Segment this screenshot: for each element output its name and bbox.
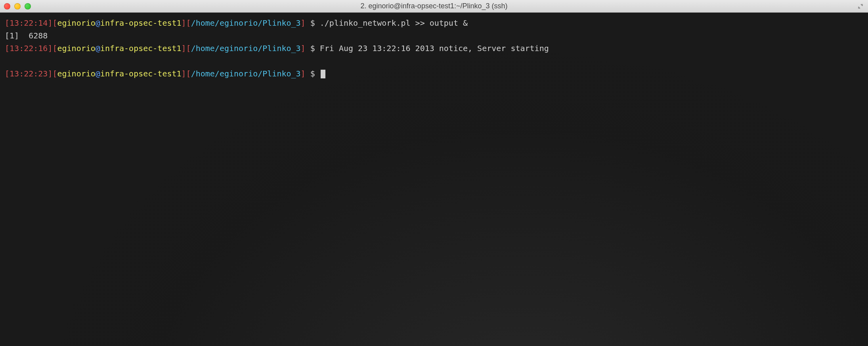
bracket: [ [52,44,57,53]
bracket: [ [186,18,191,28]
bracket: [ [186,69,191,78]
title-bar: 2. eginorio@infra-opsec-test1:~/Plinko_3… [0,0,868,13]
bracket: ] [301,69,306,78]
bracket: ] [182,44,186,53]
output-line-job: [1] 6288 [5,29,863,42]
bracket: [ [186,44,191,53]
user: eginorio [57,44,95,53]
bracket: [ [5,44,10,53]
at-sign: @ [96,69,100,78]
timestamp: 13:22:23 [10,69,48,78]
path: /home/eginorio/Plinko_3 [191,18,301,28]
job-output: [1] 6288 [5,31,48,40]
at-sign: @ [96,18,100,28]
prompt-dollar: $ [306,69,320,78]
bracket: ] [48,44,52,53]
host: infra-opsec-test1 [100,44,182,53]
prompt-line-3: [13:22:23][eginorio@infra-opsec-test1][/… [5,67,863,80]
timestamp: 13:22:14 [10,18,48,28]
prompt-line-1: [13:22:14][eginorio@infra-opsec-test1][/… [5,17,863,29]
bracket: ] [48,18,52,28]
blank-line [5,55,863,67]
minimize-button[interactable] [14,3,21,10]
bracket: [ [52,69,57,78]
traffic-lights [4,3,31,10]
bracket: ] [182,18,186,28]
host: infra-opsec-test1 [100,69,182,78]
bracket: [ [5,18,10,28]
fullscreen-icon[interactable] [857,3,864,10]
bracket: [ [5,69,10,78]
bracket: ] [48,69,52,78]
window-title: 2. eginorio@infra-opsec-test1:~/Plinko_3… [361,2,508,10]
bracket: [ [52,18,57,28]
command-text: ./plinko_network.pl >> output & [320,18,468,28]
user: eginorio [57,69,95,78]
at-sign: @ [96,44,100,53]
prompt-line-2: [13:22:16][eginorio@infra-opsec-test1][/… [5,42,863,55]
timestamp: 13:22:16 [10,44,48,53]
path: /home/eginorio/Plinko_3 [191,69,301,78]
close-button[interactable] [4,3,10,10]
bracket: ] [301,44,306,53]
user: eginorio [57,18,95,28]
cursor-icon [321,70,325,78]
prompt-dollar: $ [306,44,320,53]
host: infra-opsec-test1 [100,18,182,28]
terminal-body[interactable]: [13:22:14][eginorio@infra-opsec-test1][/… [0,13,868,346]
bracket: ] [301,18,306,28]
path: /home/eginorio/Plinko_3 [191,44,301,53]
prompt-dollar: $ [306,18,320,28]
zoom-button[interactable] [25,3,31,10]
bracket: ] [182,69,186,78]
server-output: Fri Aug 23 13:22:16 2013 notice, Server … [320,44,549,53]
terminal-window: 2. eginorio@infra-opsec-test1:~/Plinko_3… [0,0,868,346]
